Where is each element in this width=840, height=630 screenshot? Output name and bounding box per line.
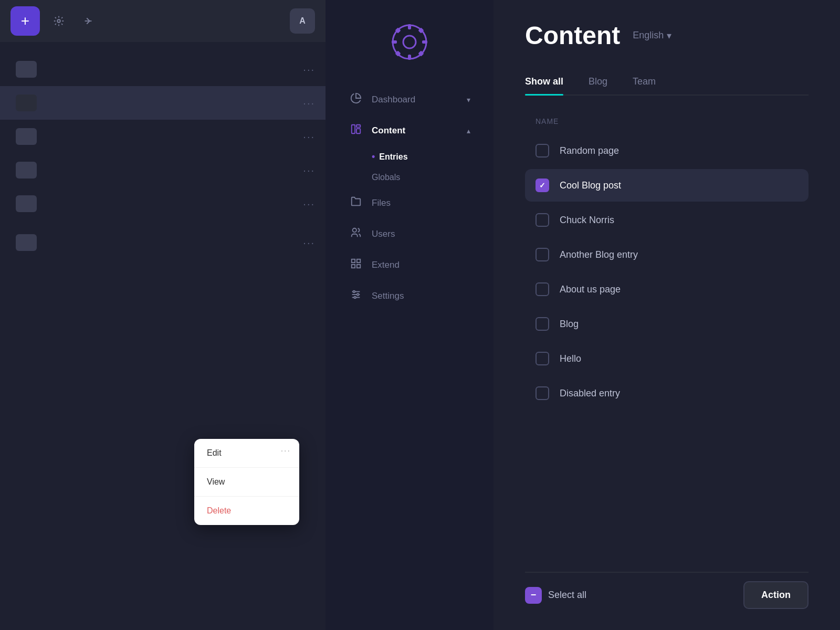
entry-checkbox[interactable] (536, 213, 549, 227)
entry-name: Cool Blog post (560, 180, 621, 191)
list-item: ··· (0, 187, 326, 220)
content-icon (349, 123, 363, 138)
list-item: ··· (0, 226, 326, 259)
list-item: ··· (0, 153, 326, 187)
entry-name: About us page (560, 284, 621, 295)
sidebar-item-label: Settings (372, 291, 404, 301)
entry-name: Chuck Norris (560, 215, 614, 226)
entry-row[interactable]: Blog (525, 308, 808, 340)
svg-rect-4 (408, 24, 411, 29)
sidebar-item-dashboard[interactable]: Dashboard ▾ (336, 84, 483, 115)
bottom-bar: − Select all Action (525, 572, 808, 609)
item-dots-btn[interactable]: ··· (303, 97, 315, 109)
table-header: Name (525, 112, 808, 130)
entry-row[interactable]: Random page (525, 134, 808, 167)
svg-rect-16 (352, 259, 355, 262)
entry-checkbox[interactable] (536, 178, 549, 192)
tabs-row: Show all Blog Team (525, 69, 808, 96)
entry-checkbox[interactable] (536, 317, 549, 331)
tab-show-all[interactable]: Show all (525, 69, 563, 94)
files-icon (349, 196, 363, 210)
entry-name: Disabled entry (560, 388, 620, 399)
svg-rect-5 (408, 55, 411, 60)
svg-rect-6 (392, 40, 397, 44)
entry-checkbox[interactable] (536, 386, 549, 400)
svg-point-25 (354, 297, 356, 299)
svg-point-0 (57, 19, 60, 23)
item-dots-btn[interactable]: ··· (303, 131, 315, 143)
entry-checkbox[interactable] (536, 248, 549, 261)
sidebar-nav: Dashboard ▾ Content ▴ Entries Globals (326, 84, 494, 311)
entry-row[interactable]: About us page (525, 273, 808, 306)
settings-icon (349, 289, 363, 303)
svg-point-24 (357, 293, 359, 296)
sidebar-item-content[interactable]: Content ▴ (336, 115, 483, 146)
context-menu: ··· Edit View Delete (194, 439, 299, 525)
entry-row[interactable]: Hello (525, 342, 808, 375)
left-top-bar: + A (0, 0, 326, 42)
name-column-header: Name (536, 117, 559, 125)
sidebar-item-settings[interactable]: Settings (336, 280, 483, 311)
context-menu-view[interactable]: View (194, 468, 299, 497)
chart-icon (349, 92, 363, 107)
entry-name: Random page (560, 145, 619, 156)
context-menu-dots[interactable]: ··· (281, 446, 291, 456)
tab-team[interactable]: Team (633, 69, 656, 94)
select-all-icon: − (525, 587, 542, 604)
svg-point-15 (353, 228, 356, 232)
svg-rect-13 (356, 125, 360, 128)
sidebar-logo (388, 21, 430, 63)
chevron-down-icon: ▾ (467, 96, 470, 104)
item-dots-btn[interactable]: ··· (303, 64, 315, 76)
extend-icon (349, 258, 363, 272)
sidebar-item-entries[interactable]: Entries (372, 146, 483, 167)
entry-row[interactable]: Chuck Norris (525, 204, 808, 236)
language-selector[interactable]: English ▾ (633, 30, 671, 41)
sidebar-item-globals[interactable]: Globals (372, 167, 483, 187)
item-thumbnail (16, 195, 37, 212)
context-menu-delete[interactable]: Delete (194, 497, 299, 525)
svg-point-3 (403, 36, 416, 48)
list-item: ··· (0, 86, 326, 120)
main-header: Content English ▾ (525, 21, 808, 50)
entry-list: Random page Cool Blog post Chuck Norris … (525, 134, 808, 563)
item-dots-btn[interactable]: ··· (303, 164, 315, 176)
tab-blog[interactable]: Blog (589, 69, 607, 94)
action-button[interactable]: Action (743, 581, 808, 609)
sidebar-item-files[interactable]: Files (336, 187, 483, 218)
entry-checkbox[interactable] (536, 144, 549, 158)
arrow-icon-btn[interactable] (78, 10, 99, 32)
svg-rect-7 (422, 40, 427, 44)
list-item: ··· (0, 120, 326, 153)
entry-checkbox[interactable] (536, 282, 549, 296)
sidebar: Dashboard ▾ Content ▴ Entries Globals (326, 0, 494, 630)
sidebar-item-extend[interactable]: Extend (336, 249, 483, 280)
avatar[interactable]: A (290, 8, 315, 34)
item-thumbnail (16, 162, 37, 178)
svg-rect-17 (357, 259, 360, 262)
main-content: Content English ▾ Show all Blog Team Nam… (494, 0, 840, 630)
item-dots-btn[interactable]: ··· (303, 198, 315, 210)
item-thumbnail (16, 61, 37, 78)
entry-checkbox[interactable] (536, 352, 549, 365)
select-all-label: Select all (548, 590, 586, 601)
sidebar-item-users[interactable]: Users (336, 218, 483, 249)
entry-name: Blog (560, 319, 579, 330)
sidebar-item-label: Extend (372, 260, 400, 270)
entry-row[interactable]: Cool Blog post (525, 169, 808, 202)
left-items-list: ··· ··· ··· ··· ··· ··· Edit View Delete… (0, 42, 326, 270)
language-arrow-icon: ▾ (667, 30, 671, 41)
item-thumbnail (16, 94, 37, 111)
select-all-button[interactable]: − Select all (525, 587, 743, 604)
entry-row[interactable]: Disabled entry (525, 377, 808, 410)
entry-name: Another Blog entry (560, 249, 638, 260)
sidebar-item-label: Content (372, 125, 405, 136)
item-dots-btn[interactable]: ··· (303, 237, 315, 249)
left-panel: + A ··· ··· ··· ·· (0, 0, 326, 630)
page-title: Content (525, 21, 620, 50)
gear-icon-btn[interactable] (48, 10, 69, 32)
svg-point-23 (353, 291, 355, 293)
add-button[interactable]: + (10, 6, 40, 36)
item-thumbnail (16, 128, 37, 145)
entry-row[interactable]: Another Blog entry (525, 238, 808, 271)
